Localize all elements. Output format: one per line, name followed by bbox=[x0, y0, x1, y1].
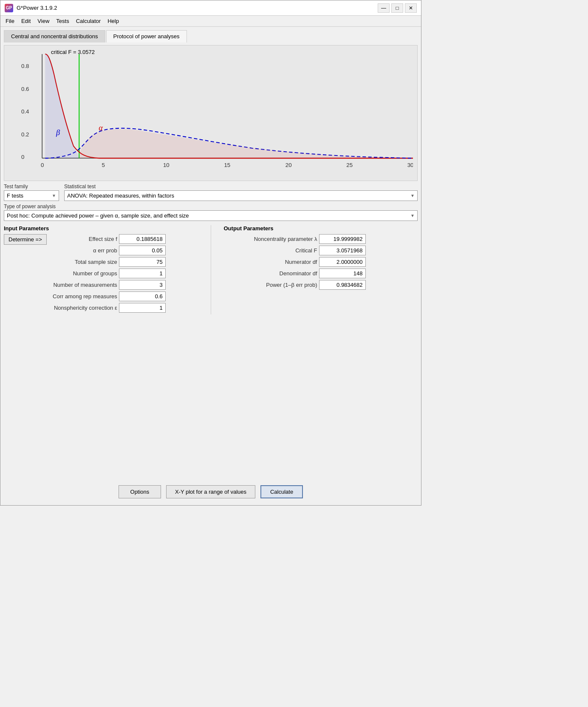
maximize-button[interactable]: □ bbox=[391, 3, 403, 13]
input-fields: Effect size f α err prob Total sample si… bbox=[49, 234, 166, 314]
param-row-alpha: α err prob bbox=[49, 246, 166, 255]
groups-label: Number of groups bbox=[49, 270, 117, 277]
effect-size-input[interactable] bbox=[119, 234, 166, 244]
params-row: Input Parameters Determine => Effect siz… bbox=[4, 225, 418, 314]
measurements-label: Number of measurements bbox=[49, 282, 117, 288]
bottom-buttons: Options X-Y plot for a range of values C… bbox=[4, 478, 418, 502]
param-row-sample-size: Total sample size bbox=[49, 257, 166, 267]
output-params-title: Output Parameters bbox=[224, 225, 418, 232]
power-label: Power (1–β err prob) bbox=[224, 282, 317, 288]
test-family-dropdown[interactable]: F tests ▼ bbox=[4, 190, 59, 201]
statistical-test-value: ANOVA: Repeated measures, within factors bbox=[67, 192, 174, 199]
title-bar: GP G*Power 3.1.9.2 — □ ✕ bbox=[0, 0, 421, 16]
determine-button[interactable]: Determine => bbox=[4, 234, 47, 245]
critical-f-out-label: Critical F bbox=[224, 247, 317, 254]
nonsphericity-input[interactable] bbox=[119, 303, 166, 313]
main-content: Central and noncentral distributions Pro… bbox=[0, 27, 421, 505]
svg-text:20: 20 bbox=[286, 162, 292, 168]
power-analysis-type-value: Post hoc: Compute achieved power – given… bbox=[7, 212, 189, 219]
minimize-button[interactable]: — bbox=[378, 3, 390, 13]
svg-text:0.4: 0.4 bbox=[21, 108, 29, 115]
tabs-row: Central and noncentral distributions Pro… bbox=[4, 30, 418, 42]
input-params: Input Parameters Determine => Effect siz… bbox=[4, 225, 198, 314]
alpha-err-input[interactable] bbox=[119, 246, 166, 255]
groups-input[interactable] bbox=[119, 269, 166, 278]
svg-text:α: α bbox=[99, 124, 103, 132]
power-analysis-type-dropdown[interactable]: Post hoc: Compute achieved power – given… bbox=[4, 210, 418, 221]
output-row-critical-f: Critical F bbox=[224, 246, 418, 255]
svg-text:5: 5 bbox=[102, 162, 105, 168]
param-row-effect-size: Effect size f bbox=[49, 234, 166, 244]
app-icon: GP bbox=[5, 4, 13, 12]
lambda-value bbox=[319, 234, 366, 244]
main-window: GP G*Power 3.1.9.2 — □ ✕ File Edit View … bbox=[0, 0, 421, 506]
output-params: Output Parameters Noncentrality paramete… bbox=[224, 225, 418, 314]
output-row-lambda: Noncentrality parameter λ bbox=[224, 234, 418, 244]
svg-text:0: 0 bbox=[41, 162, 44, 168]
nonsphericity-label: Nonsphericity correction ε bbox=[49, 305, 117, 311]
chart-svg: 0 0.2 0.4 0.6 0.8 0 5 10 15 20 25 30 bbox=[21, 50, 413, 168]
numerator-df-value bbox=[319, 257, 366, 267]
menu-calculator[interactable]: Calculator bbox=[73, 17, 105, 25]
param-row-measurements: Number of measurements bbox=[49, 280, 166, 290]
statistical-test-arrow: ▼ bbox=[410, 193, 415, 198]
test-family-field: Test family F tests ▼ bbox=[4, 184, 59, 201]
power-analysis-type-arrow: ▼ bbox=[410, 213, 415, 218]
svg-text:15: 15 bbox=[224, 162, 230, 168]
window-title: G*Power 3.1.9.2 bbox=[17, 5, 57, 11]
svg-text:0.8: 0.8 bbox=[21, 63, 29, 69]
effect-size-label: Effect size f bbox=[49, 236, 117, 242]
svg-text:0.6: 0.6 bbox=[21, 86, 29, 92]
test-family-value: F tests bbox=[7, 192, 23, 199]
measurements-input[interactable] bbox=[119, 280, 166, 290]
sample-size-input[interactable] bbox=[119, 257, 166, 267]
output-row-denominator-df: Denominator df bbox=[224, 269, 418, 278]
sample-size-label: Total sample size bbox=[49, 259, 117, 265]
menu-tests[interactable]: Tests bbox=[53, 17, 72, 25]
input-params-inner: Determine => Effect size f α err prob bbox=[4, 234, 198, 314]
close-button[interactable]: ✕ bbox=[405, 3, 417, 13]
svg-text:0.2: 0.2 bbox=[21, 131, 29, 138]
svg-text:10: 10 bbox=[163, 162, 170, 168]
menu-bar: File Edit View Tests Calculator Help bbox=[0, 16, 421, 27]
svg-text:0: 0 bbox=[21, 154, 24, 160]
critical-f-value bbox=[319, 246, 366, 255]
menu-view[interactable]: View bbox=[34, 17, 53, 25]
xy-plot-button[interactable]: X-Y plot for a range of values bbox=[166, 485, 255, 498]
options-button[interactable]: Options bbox=[119, 485, 161, 498]
statistical-test-label: Statistical test bbox=[64, 184, 418, 189]
corr-input[interactable] bbox=[119, 291, 166, 301]
denominator-df-label: Denominator df bbox=[224, 270, 317, 277]
svg-text:30: 30 bbox=[407, 162, 413, 168]
power-value bbox=[319, 280, 366, 290]
statistical-test-field: Statistical test ANOVA: Repeated measure… bbox=[64, 184, 418, 201]
svg-text:25: 25 bbox=[346, 162, 353, 168]
test-family-label: Test family bbox=[4, 184, 59, 189]
input-params-title: Input Parameters bbox=[4, 225, 198, 232]
param-row-corr: Corr among rep measures bbox=[49, 291, 166, 301]
critical-f-label: critical F = 3.0572 bbox=[51, 49, 95, 55]
output-row-power: Power (1–β err prob) bbox=[224, 280, 418, 290]
menu-edit[interactable]: Edit bbox=[18, 17, 34, 25]
calculate-button[interactable]: Calculate bbox=[260, 485, 303, 498]
vertical-divider bbox=[211, 225, 211, 314]
alpha-err-label: α err prob bbox=[49, 247, 117, 254]
tab-protocol[interactable]: Protocol of power analyses bbox=[106, 30, 187, 42]
svg-text:β: β bbox=[56, 128, 60, 137]
stat-test-row: Test family F tests ▼ Statistical test A… bbox=[4, 184, 418, 201]
title-bar-left: GP G*Power 3.1.9.2 bbox=[5, 4, 57, 12]
menu-help[interactable]: Help bbox=[104, 17, 122, 25]
menu-file[interactable]: File bbox=[2, 17, 18, 25]
output-row-numerator-df: Numerator df bbox=[224, 257, 418, 267]
statistical-test-dropdown[interactable]: ANOVA: Repeated measures, within factors… bbox=[64, 190, 418, 201]
denominator-df-value bbox=[319, 269, 366, 278]
lambda-label: Noncentrality parameter λ bbox=[224, 236, 317, 242]
test-family-arrow: ▼ bbox=[52, 193, 56, 198]
power-analysis-type-label: Type of power analysis bbox=[4, 204, 418, 209]
param-row-groups: Number of groups bbox=[49, 269, 166, 278]
window-controls: — □ ✕ bbox=[378, 3, 417, 13]
corr-label: Corr among rep measures bbox=[49, 293, 117, 300]
tab-distributions[interactable]: Central and noncentral distributions bbox=[4, 30, 105, 42]
power-analysis-type-row: Type of power analysis Post hoc: Compute… bbox=[4, 204, 418, 221]
param-row-nonsphericity: Nonsphericity correction ε bbox=[49, 303, 166, 313]
